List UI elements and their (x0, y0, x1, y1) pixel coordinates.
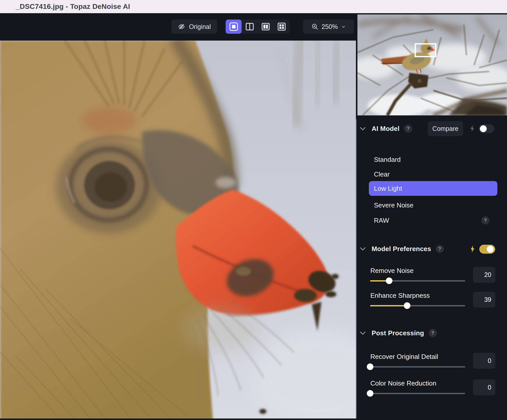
view-mode-group (226, 20, 290, 34)
model-label: RAW (374, 217, 389, 224)
eye-off-icon (178, 23, 185, 30)
model-option-raw[interactable]: RAW ? (369, 213, 497, 228)
canvas-area: Original (0, 13, 356, 420)
recover-original-detail-control: Recover Original Detail 0 (356, 353, 507, 373)
zoom-level: 250% (322, 23, 338, 30)
model-label: Clear (374, 170, 390, 178)
model-label: Standard (374, 156, 401, 164)
enhance-sharpness-slider[interactable] (370, 302, 465, 309)
color-noise-reduction-control: Color Noise Reduction 0 (356, 379, 507, 400)
color-noise-reduction-value[interactable]: 0 (473, 379, 495, 395)
slider-knob[interactable] (367, 363, 373, 370)
slider-track[interactable] (370, 393, 465, 394)
model-option-standard[interactable]: Standard (369, 152, 497, 167)
remove-noise-slider[interactable] (370, 277, 465, 284)
model-label: Severe Noise (374, 201, 413, 209)
model-option-low-light[interactable]: Low Light (369, 181, 497, 196)
model-label: Low Light (374, 185, 402, 192)
ai-model-help-badge[interactable]: ? (404, 125, 412, 133)
auto-update-bolt-icon (470, 245, 475, 253)
color-noise-reduction-slider[interactable] (370, 390, 465, 397)
split-view-icon (245, 22, 254, 31)
toggle-knob (487, 246, 494, 253)
bird-closeup-image (0, 41, 356, 420)
chevron-down-icon (359, 247, 366, 251)
image-preview-canvas[interactable] (0, 41, 356, 420)
slider-knob[interactable] (367, 390, 373, 397)
view-side-by-side-button[interactable] (258, 20, 274, 34)
toggle-knob (480, 125, 487, 132)
chevron-down-icon (341, 24, 346, 29)
slider-knob[interactable] (386, 277, 392, 284)
window-bottom-edge (0, 418, 356, 420)
toggle-original-button[interactable]: Original (171, 20, 217, 34)
model-preferences-help-badge[interactable]: ? (436, 245, 444, 253)
original-label: Original (189, 23, 211, 30)
ai-model-header[interactable]: AI Model ? (359, 123, 412, 134)
view-single-button[interactable] (226, 20, 242, 34)
settings-sidebar: AI Model ? Compare Standard Clear Low Li… (356, 13, 507, 420)
post-processing-help-badge[interactable]: ? (429, 329, 437, 337)
compare-button[interactable]: Compare (428, 121, 463, 136)
slider-knob[interactable] (404, 302, 410, 309)
model-option-clear[interactable]: Clear (369, 167, 497, 182)
remove-noise-label: Remove Noise (370, 267, 414, 274)
chevron-down-icon (359, 331, 366, 335)
slider-fill (370, 305, 407, 306)
recover-original-detail-label: Recover Original Detail (370, 353, 438, 360)
remove-noise-value[interactable]: 20 (473, 267, 495, 283)
model-preferences-auto-toggle[interactable] (479, 245, 495, 254)
ai-model-title: AI Model (372, 125, 400, 133)
enhance-sharpness-control: Enhance Sharpness 39 (356, 292, 507, 312)
enhance-sharpness-value[interactable]: 39 (473, 292, 495, 308)
view-split-button[interactable] (242, 20, 258, 34)
post-processing-header[interactable]: Post Processing ? (359, 327, 437, 339)
zoom-control[interactable]: 250% (303, 20, 354, 34)
enhance-sharpness-label: Enhance Sharpness (370, 292, 430, 299)
quad-view-icon (277, 22, 286, 31)
model-preferences-title: Model Preferences (372, 245, 431, 253)
auto-update-bolt-icon (469, 125, 475, 132)
side-by-side-view-icon (261, 22, 270, 31)
remove-noise-control: Remove Noise 20 (356, 267, 507, 287)
slider-track[interactable] (370, 366, 465, 368)
raw-help-badge[interactable]: ? (481, 216, 490, 224)
recover-original-detail-value[interactable]: 0 (473, 353, 495, 369)
app-window: _DSC7416.jpg - Topaz DeNoise AI Original (0, 0, 507, 420)
color-noise-reduction-label: Color Noise Reduction (370, 379, 436, 387)
view-quad-button[interactable] (274, 20, 289, 34)
navigator-image (357, 14, 507, 115)
title-bar: _DSC7416.jpg - Topaz DeNoise AI (0, 0, 507, 13)
chevron-down-icon (359, 127, 366, 131)
model-preferences-header[interactable]: Model Preferences ? (359, 243, 444, 255)
single-view-icon (229, 22, 238, 31)
navigator-thumbnail[interactable] (357, 14, 507, 115)
zoom-in-icon (311, 23, 319, 30)
canvas-toolbar: Original (0, 13, 356, 41)
model-option-severe-noise[interactable]: Severe Noise (369, 198, 497, 213)
window-title: _DSC7416.jpg - Topaz DeNoise AI (16, 3, 130, 11)
recover-original-detail-slider[interactable] (370, 363, 465, 370)
post-processing-title: Post Processing (372, 329, 424, 337)
ai-model-auto-toggle[interactable] (479, 124, 494, 133)
